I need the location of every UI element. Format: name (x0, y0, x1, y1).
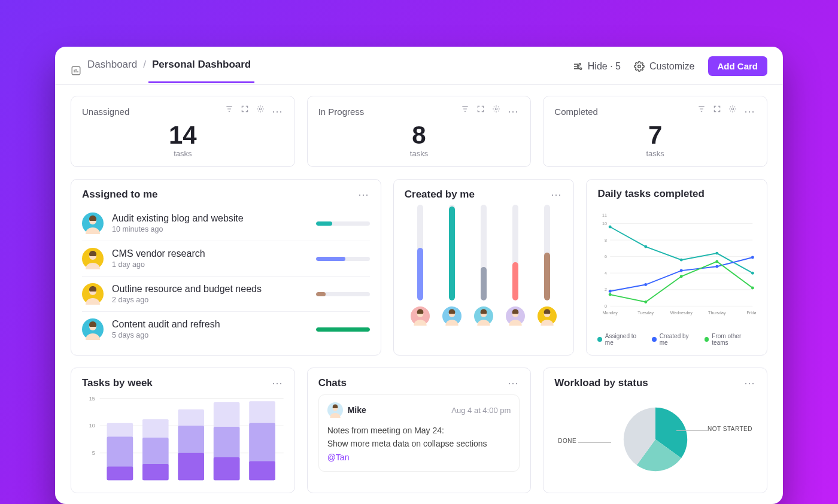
task-progress (316, 257, 370, 261)
task-title: Content audit and refresh (112, 319, 308, 330)
vbar-column (506, 205, 525, 326)
pie-chart: DONE NOT STARTED (554, 394, 756, 484)
expand-icon[interactable] (241, 105, 249, 118)
chat-message[interactable]: Mike Aug 4 at 4:00 pm Notes from meeting… (318, 394, 520, 472)
more-icon[interactable]: ⋯ (358, 188, 370, 201)
customize-button[interactable]: Customize (634, 61, 695, 72)
avatar[interactable] (506, 306, 525, 326)
task-progress (316, 292, 370, 296)
avatar[interactable] (538, 306, 557, 326)
vbar-track (449, 205, 455, 300)
avatar (82, 248, 104, 269)
vbar-column (474, 205, 493, 326)
svg-rect-73 (178, 453, 204, 481)
chat-author: Mike (348, 405, 366, 415)
filter-icon[interactable] (461, 105, 469, 118)
task-subtitle: 5 days ago (112, 331, 308, 339)
more-icon[interactable]: ⋯ (508, 105, 520, 118)
task-title: Outline resource and budget needs (112, 284, 308, 294)
bar-chart: 51015 (82, 394, 284, 484)
more-icon[interactable]: ⋯ (744, 377, 756, 390)
svg-text:5: 5 (92, 450, 95, 456)
svg-point-45 (645, 245, 648, 248)
more-icon[interactable]: ⋯ (272, 105, 284, 118)
svg-point-4 (638, 65, 641, 68)
svg-point-51 (680, 269, 683, 272)
svg-point-49 (609, 290, 612, 293)
task-progress (316, 221, 370, 226)
more-icon[interactable]: ⋯ (508, 377, 520, 390)
svg-text:10: 10 (602, 221, 607, 226)
avatar (82, 212, 104, 234)
svg-text:Monday: Monday (603, 311, 618, 316)
avatar (82, 318, 104, 340)
svg-point-58 (751, 287, 754, 290)
gear-icon[interactable] (492, 105, 500, 118)
svg-point-56 (680, 275, 683, 278)
svg-point-44 (609, 226, 612, 229)
avatar[interactable] (411, 306, 430, 326)
task-title: CMS vendor research (112, 248, 308, 259)
vbar-track (544, 205, 550, 300)
task-item[interactable]: Audit existing blog and website 10 minut… (82, 206, 370, 241)
task-item[interactable]: Content audit and refresh 5 days ago (82, 311, 370, 347)
filter-icon[interactable] (697, 105, 706, 118)
breadcrumb-separator: / (143, 59, 146, 83)
avatar[interactable] (442, 306, 461, 326)
more-icon[interactable]: ⋯ (272, 377, 284, 390)
legend-item: Created by me (652, 333, 696, 346)
task-subtitle: 1 day ago (112, 260, 308, 269)
pie-label-notstarted: NOT STARTED (708, 426, 752, 432)
filter-icon[interactable] (225, 105, 233, 118)
chat-mention[interactable]: @Tan (327, 451, 511, 464)
more-icon[interactable]: ⋯ (551, 188, 563, 201)
svg-rect-67 (107, 467, 133, 481)
top-actions: Hide · 5 Customize Add Card (572, 56, 767, 84)
vbar-track (481, 205, 487, 300)
svg-point-52 (716, 265, 719, 268)
task-item[interactable]: CMS vendor research 1 day ago (82, 241, 370, 276)
legend-item: From other teams (705, 333, 756, 346)
task-list: Audit existing blog and website 10 minut… (82, 206, 370, 347)
avatar (327, 402, 343, 418)
workload-card: Workload by status ⋯ DONE NOT STARTED (543, 368, 767, 493)
svg-point-1 (579, 63, 581, 65)
svg-rect-79 (249, 461, 275, 480)
stat-value: 8 (318, 123, 520, 148)
svg-text:10: 10 (89, 423, 95, 429)
hide-label: Hide · 5 (588, 61, 621, 72)
svg-point-53 (751, 256, 754, 259)
svg-text:Friday: Friday (747, 311, 756, 316)
more-icon[interactable]: ⋯ (744, 105, 756, 118)
gear-icon (634, 61, 645, 72)
tasks-by-week-card: Tasks by week ⋯ 51015 (71, 368, 295, 493)
task-item[interactable]: Outline resource and budget needs 2 days… (82, 276, 370, 311)
avatar[interactable] (474, 306, 493, 326)
breadcrumb-root[interactable]: Dashboard (87, 59, 137, 83)
content: Unassigned ⋯ 14 tasks In Progress (55, 85, 783, 504)
vbar-column (442, 205, 461, 326)
task-subtitle: 2 days ago (112, 296, 308, 304)
chat-time: Aug 4 at 4:00 pm (451, 406, 511, 415)
stat-card-unassigned: Unassigned ⋯ 14 tasks (71, 96, 295, 167)
card-title: Daily tasks completed (597, 188, 756, 200)
add-card-button[interactable]: Add Card (708, 56, 768, 76)
chat-line: Show more meta data on collapse sections (327, 437, 511, 450)
gear-icon[interactable] (728, 105, 737, 118)
card-title: Workload by status (554, 377, 744, 389)
svg-text:15: 15 (89, 396, 95, 402)
assigned-card: Assigned to me ⋯ Audit existing blog and… (71, 179, 381, 356)
expand-icon[interactable] (476, 105, 485, 118)
dashboard-icon (71, 65, 81, 76)
svg-text:Tuesday: Tuesday (638, 311, 654, 316)
card-title: Assigned to me (82, 189, 358, 201)
expand-icon[interactable] (713, 105, 721, 118)
hide-button[interactable]: Hide · 5 (572, 61, 621, 72)
svg-point-47 (716, 252, 719, 255)
gear-icon[interactable] (256, 105, 265, 118)
svg-text:11: 11 (602, 213, 607, 217)
stat-unit: tasks (554, 149, 756, 158)
stat-title: Completed (554, 107, 697, 117)
breadcrumb-current[interactable]: Personal Dashboard (152, 59, 251, 83)
svg-point-48 (751, 272, 754, 275)
